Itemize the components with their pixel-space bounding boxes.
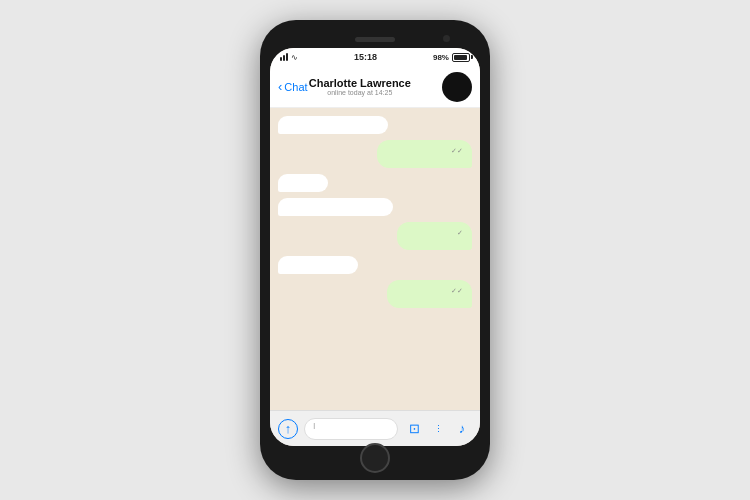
status-time: 15:18 — [354, 52, 377, 62]
wifi-icon: ∿ — [291, 53, 298, 62]
message-bubble — [278, 116, 388, 134]
message-bubble — [278, 174, 328, 192]
phone-frame: ∿ 15:18 98% ‹ Chat Charlotte Lawrence on… — [260, 20, 490, 480]
chat-messages: ✓✓ ✓ ✓✓ — [270, 108, 480, 410]
message-bubble — [278, 198, 393, 216]
message-bubble: ✓ — [397, 222, 472, 250]
contact-status: online today at 14:25 — [327, 89, 392, 96]
message-bubble — [278, 256, 358, 274]
battery-fill — [454, 55, 467, 60]
phone-camera — [443, 35, 450, 42]
message-tick: ✓✓ — [386, 147, 463, 155]
contact-info: Charlotte Lawrence online today at 14:25 — [278, 77, 442, 96]
message-input[interactable]: I — [304, 418, 398, 440]
signal-icon — [280, 53, 288, 61]
status-bar: ∿ 15:18 98% — [270, 48, 480, 66]
input-cursor: I — [313, 421, 316, 431]
battery-icon — [452, 53, 470, 62]
phone-top-bar — [270, 30, 480, 48]
camera-button[interactable]: ⊡ — [404, 419, 424, 439]
message-tick: ✓✓ — [396, 287, 463, 295]
phone-speaker — [355, 37, 395, 42]
phone-bottom-bar — [270, 446, 480, 470]
status-left: ∿ — [280, 53, 298, 62]
mic-button[interactable]: ♪ — [452, 419, 472, 439]
message-bubble: ✓✓ — [377, 140, 472, 168]
status-right: 98% — [433, 53, 470, 62]
attach-icon: ↑ — [285, 422, 292, 435]
phone-screen: ∿ 15:18 98% ‹ Chat Charlotte Lawrence on… — [270, 48, 480, 446]
battery-pct: 98% — [433, 53, 449, 62]
chat-input-bar: ↑ I ⊡ ⋮ ♪ — [270, 410, 480, 446]
attach-button[interactable]: ↑ — [278, 419, 298, 439]
chat-header: ‹ Chat Charlotte Lawrence online today a… — [270, 66, 480, 108]
contact-avatar[interactable] — [442, 72, 472, 102]
message-tick: ✓ — [406, 229, 463, 237]
message-bubble: ✓✓ — [387, 280, 472, 308]
home-button[interactable] — [360, 443, 390, 473]
more-button[interactable]: ⋮ — [430, 421, 446, 437]
contact-name[interactable]: Charlotte Lawrence — [309, 77, 411, 89]
